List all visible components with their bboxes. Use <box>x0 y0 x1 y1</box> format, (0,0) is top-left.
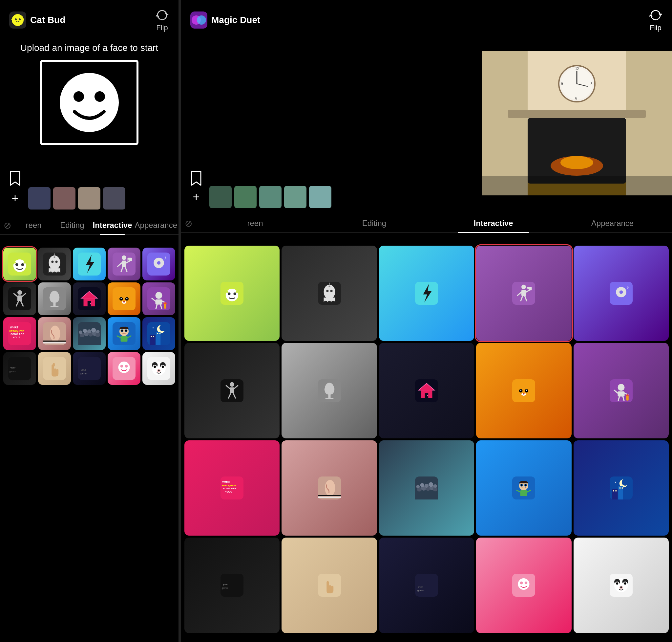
svg-rect-263 <box>619 487 621 489</box>
right-effect-moon[interactable] <box>574 440 669 536</box>
svg-text:SONG ARE: SONG ARE <box>11 333 24 336</box>
svg-point-10 <box>13 259 26 272</box>
right-effect-ghost[interactable] <box>281 246 377 341</box>
svg-point-99 <box>126 330 127 332</box>
right-effect-gamer[interactable]: your gamer <box>379 538 474 633</box>
right-effect-athlete[interactable] <box>184 343 279 438</box>
right-tab-appearance[interactable]: Appearance <box>553 214 672 232</box>
left-effect-mic[interactable] <box>38 282 71 315</box>
svg-point-209 <box>521 389 522 391</box>
left-tab-interactive[interactable]: Interactive <box>92 216 134 234</box>
right-tab-editing[interactable]: Editing <box>315 214 434 232</box>
left-filter-thumbs <box>28 187 126 209</box>
svg-point-282 <box>616 582 618 585</box>
left-effect-athlete[interactable] <box>3 282 36 315</box>
left-tab-appearance[interactable]: Appearance <box>134 216 179 234</box>
right-effect-anime[interactable] <box>476 440 571 536</box>
right-effect-hand[interactable] <box>281 538 377 633</box>
left-thumb-2[interactable] <box>53 187 76 209</box>
right-effect-music[interactable]: ♪ <box>574 246 669 341</box>
left-effect-your[interactable]: your gamer <box>3 352 36 385</box>
svg-rect-79 <box>43 341 66 342</box>
left-effect-ear[interactable] <box>38 317 71 350</box>
left-effect-music[interactable]: ♪ <box>142 248 175 280</box>
left-header: Cat Bud Flip <box>0 0 179 36</box>
svg-point-275 <box>525 581 528 585</box>
left-thumb-3[interactable] <box>78 187 101 209</box>
right-effect-fox[interactable] <box>476 343 571 438</box>
right-effect-house[interactable] <box>379 343 474 438</box>
right-panel: Magic Duet Flip <box>181 0 672 642</box>
right-add-button[interactable]: + <box>186 187 206 207</box>
svg-point-78 <box>50 326 61 342</box>
left-face-placeholder[interactable] <box>40 60 139 145</box>
right-effect-heroquest[interactable]: WHAT HEROQUEST SONG ARE YOU? <box>184 440 279 536</box>
left-effect-dancer[interactable]: ▶ <box>108 248 141 280</box>
svg-rect-144 <box>482 51 528 195</box>
right-thumb-1[interactable] <box>209 186 232 208</box>
left-effect-crowd[interactable] <box>73 317 106 350</box>
right-flip-button[interactable]: Flip <box>648 8 663 32</box>
left-effect-hand[interactable] <box>38 352 71 385</box>
right-tab-interactive[interactable]: Interactive <box>434 214 553 232</box>
right-thumb-4[interactable] <box>284 186 306 208</box>
left-add-button[interactable]: + <box>5 189 25 208</box>
svg-text:your: your <box>81 368 86 371</box>
svg-text:9: 9 <box>561 82 563 86</box>
svg-text:6: 6 <box>575 97 577 100</box>
svg-text:WHAT: WHAT <box>10 326 18 329</box>
left-bookmark[interactable] <box>9 171 21 187</box>
left-effect-panda[interactable] <box>142 352 175 385</box>
right-effect-panda[interactable] <box>574 538 669 633</box>
svg-point-212 <box>523 393 525 394</box>
svg-point-35 <box>157 261 161 265</box>
left-thumb-4[interactable] <box>103 187 126 209</box>
left-effect-pink[interactable] <box>108 352 141 385</box>
panel-divider <box>179 0 181 642</box>
right-effect-ear[interactable] <box>281 440 377 536</box>
svg-rect-100 <box>121 336 128 342</box>
right-effect-lightning[interactable] <box>379 246 474 341</box>
right-effect-your[interactable]: your gamer <box>184 538 279 633</box>
right-effect-mic[interactable] <box>281 343 377 438</box>
svg-point-274 <box>520 581 523 585</box>
left-tab-editing[interactable]: Editing <box>53 216 91 234</box>
left-effect-gamer[interactable]: your gamer <box>73 352 106 385</box>
right-thumb-5[interactable] <box>309 186 331 208</box>
right-effect-purple[interactable] <box>574 343 669 438</box>
svg-rect-176 <box>522 290 526 296</box>
left-flip-button[interactable]: Flip <box>155 8 169 32</box>
svg-point-8 <box>94 91 105 102</box>
left-effect-heroquest[interactable]: WHAT HEROQUEST SONG ARE YOU? <box>3 317 36 350</box>
right-effect-dancer[interactable]: ▶ <box>476 246 571 341</box>
left-thumb-1[interactable] <box>28 187 51 209</box>
left-tab-no[interactable]: ⊘ <box>0 220 14 231</box>
right-tab-no[interactable]: ⊘ <box>181 218 196 229</box>
right-tab-green[interactable]: reen <box>196 214 315 232</box>
svg-text:SONG ARE: SONG ARE <box>223 487 237 490</box>
left-effect-catbud[interactable] <box>3 248 36 280</box>
left-effect-lightning[interactable] <box>73 248 106 280</box>
left-effect-moon[interactable] <box>142 317 175 350</box>
svg-rect-115 <box>159 333 161 334</box>
right-effect-crowd[interactable] <box>379 440 474 536</box>
left-effect-purple[interactable] <box>142 282 175 315</box>
svg-point-104 <box>153 328 154 329</box>
right-bookmark[interactable] <box>190 171 202 187</box>
svg-point-285 <box>620 587 622 588</box>
left-filter-bar: + <box>0 187 179 209</box>
svg-rect-230 <box>318 497 341 498</box>
svg-rect-111 <box>161 337 168 345</box>
left-effect-anime[interactable] <box>108 317 141 350</box>
left-tab-green[interactable]: reen <box>14 216 53 234</box>
right-effect-pink[interactable] <box>476 538 571 633</box>
svg-point-13 <box>15 263 18 266</box>
left-effect-ghost[interactable] <box>38 248 71 280</box>
left-effect-fox[interactable] <box>108 282 141 315</box>
right-effect-catbud[interactable] <box>184 246 279 341</box>
svg-text:gamer: gamer <box>10 370 16 373</box>
svg-point-134 <box>154 365 156 368</box>
right-thumb-2[interactable] <box>234 186 256 208</box>
left-effect-house[interactable] <box>73 282 106 315</box>
right-thumb-3[interactable] <box>259 186 281 208</box>
